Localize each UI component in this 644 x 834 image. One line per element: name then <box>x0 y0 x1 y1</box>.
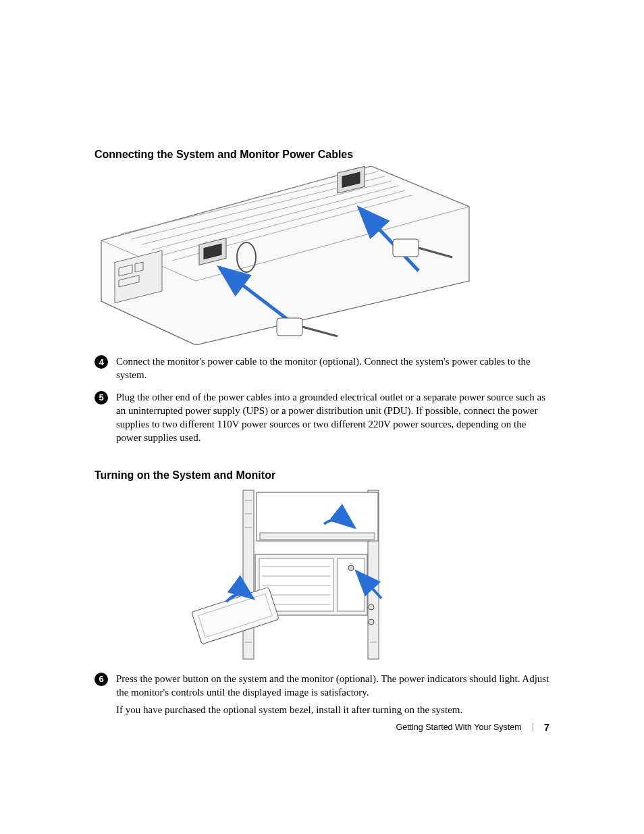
step-6: 6 Press the power button on the system a… <box>95 672 549 721</box>
svg-line-21 <box>302 327 338 336</box>
section-heading-connecting-power: Connecting the System and Monitor Power … <box>95 149 549 161</box>
svg-rect-22 <box>393 239 419 257</box>
document-page: Connecting the System and Monitor Power … <box>0 0 644 834</box>
footer-title: Getting Started With Your System <box>396 723 521 732</box>
step-number-badge: 5 <box>95 391 108 405</box>
svg-point-49 <box>369 619 374 625</box>
svg-rect-20 <box>277 318 302 336</box>
figure-turning-on <box>95 487 549 665</box>
figure-power-cables <box>95 166 549 348</box>
svg-rect-11 <box>135 262 143 272</box>
power-cable-diagram <box>95 166 473 345</box>
step-number-badge: 6 <box>95 673 108 686</box>
step-text: Plug the other end of the power cables i… <box>116 390 549 449</box>
section-heading-turning-on: Turning on the System and Monitor <box>95 469 549 481</box>
page-footer: Getting Started With Your System 7 <box>396 721 549 733</box>
svg-rect-35 <box>260 533 375 540</box>
svg-point-48 <box>369 604 374 610</box>
page-number: 7 <box>544 721 549 733</box>
step-5: 5 Plug the other end of the power cables… <box>95 390 549 449</box>
step-number-badge: 4 <box>95 355 108 369</box>
svg-rect-25 <box>243 490 254 659</box>
turning-on-diagram <box>169 487 466 662</box>
footer-divider <box>533 723 533 731</box>
step-4: 4 Connect the monitor's power cable to t… <box>95 355 549 386</box>
step-text: Press the power button on the system and… <box>116 672 549 721</box>
svg-point-44 <box>348 565 354 571</box>
step-text: Connect the monitor's power cable to the… <box>116 355 549 386</box>
